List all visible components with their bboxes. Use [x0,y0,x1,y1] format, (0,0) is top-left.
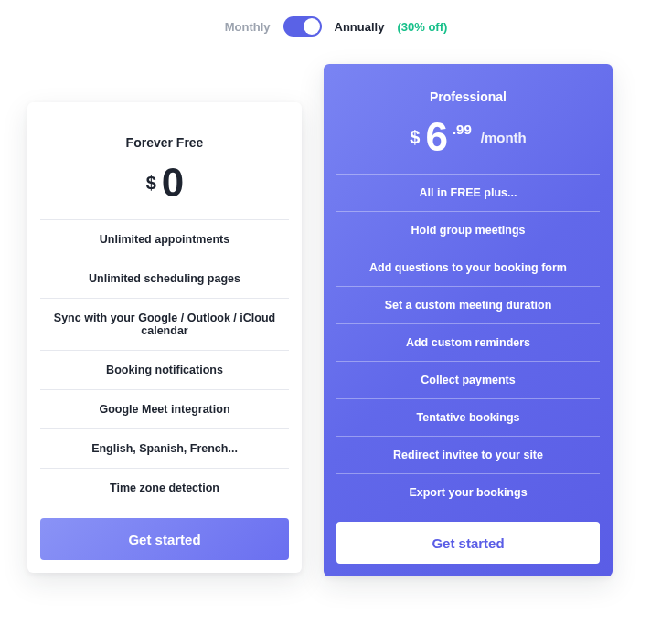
currency-symbol: $ [146,173,156,194]
feature-item: Add custom reminders [336,323,600,361]
plan-price-free: $ 0 [40,163,289,203]
price-amount: 6 [425,117,446,157]
feature-list-free: Unlimited appointments Unlimited schedul… [40,219,289,507]
feature-item: Hold group meetings [336,211,600,249]
feature-item: Collect payments [336,361,600,398]
price-amount: 0 [162,163,183,203]
feature-item: All in FREE plus... [336,174,600,211]
plan-title-professional: Professional [336,90,600,104]
billing-toggle-row: Monthly Annually (30% off) [27,16,645,37]
price-period: /month [481,130,527,145]
feature-item: Google Meet integration [40,389,289,428]
plan-card-free: Forever Free $ 0 Unlimited appointments … [27,102,302,573]
price-cents: .99 [453,122,472,137]
feature-item: Booking notifications [40,350,289,389]
billing-annually-label[interactable]: Annually [335,20,385,34]
pricing-page: Monthly Annually (30% off) Forever Free … [0,0,672,576]
get-started-button-free[interactable]: Get started [40,518,289,560]
feature-item: Add questions to your booking form [336,249,600,286]
feature-item: Export your bookings [336,473,600,511]
feature-item: Sync with your Google / Outlook / iCloud… [40,298,289,350]
pricing-cards: Forever Free $ 0 Unlimited appointments … [27,64,645,576]
feature-item: Unlimited appointments [40,219,289,259]
feature-item: Redirect invitee to your site [336,436,600,473]
feature-item: Tentative bookings [336,398,600,436]
billing-toggle-knob [304,18,320,35]
feature-item: Time zone detection [40,468,289,507]
currency-symbol: $ [410,127,420,148]
feature-list-professional: All in FREE plus... Hold group meetings … [336,174,600,511]
feature-item: Unlimited scheduling pages [40,259,289,298]
billing-toggle[interactable] [283,16,322,37]
plan-card-professional: Professional $ 6 .99 /month All in FREE … [324,64,613,576]
plan-title-free: Forever Free [40,135,289,150]
feature-item: English, Spanish, French... [40,428,289,468]
get-started-button-professional[interactable]: Get started [336,522,600,564]
feature-item: Set a custom meeting duration [336,286,600,323]
billing-discount-badge: (30% off) [397,20,447,34]
billing-monthly-label[interactable]: Monthly [225,20,271,34]
plan-price-professional: $ 6 .99 /month [336,117,600,157]
